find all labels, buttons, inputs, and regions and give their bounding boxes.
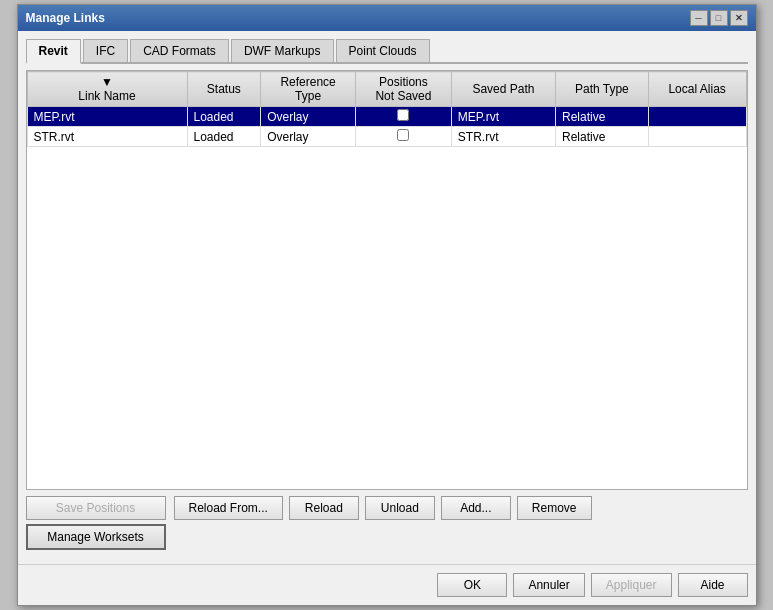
cell-path-type: Relative <box>556 107 649 127</box>
cell-link-name: MEP.rvt <box>27 107 187 127</box>
remove-button[interactable]: Remove <box>517 496 592 520</box>
apply-button[interactable]: Appliquer <box>591 573 672 597</box>
dialog-title: Manage Links <box>26 11 105 25</box>
table-row[interactable]: MEP.rvtLoadedOverlayMEP.rvtRelative <box>27 107 746 127</box>
cell-path-type: Relative <box>556 127 649 147</box>
tab-ifc[interactable]: IFC <box>83 39 128 62</box>
cell-link-name: STR.rvt <box>27 127 187 147</box>
links-table-container: ▼ Link Name Status ReferenceType Positio… <box>26 70 748 490</box>
col-link-name[interactable]: ▼ Link Name <box>27 72 187 107</box>
cell-saved-path: STR.rvt <box>451 127 555 147</box>
title-bar: Manage Links ─ □ ✕ <box>18 5 756 31</box>
col-saved-path: Saved Path <box>451 72 555 107</box>
ok-button[interactable]: OK <box>437 573 507 597</box>
tab-bar: Revit IFC CAD Formats DWF Markups Point … <box>26 39 748 64</box>
minimize-button[interactable]: ─ <box>690 10 708 26</box>
table-row[interactable]: STR.rvtLoadedOverlaySTR.rvtRelative <box>27 127 746 147</box>
right-buttons: Reload From... Reload Unload Add... Remo… <box>174 496 748 520</box>
cell-local-alias <box>648 107 746 127</box>
manage-links-dialog: Manage Links ─ □ ✕ Revit IFC CAD Formats… <box>17 4 757 606</box>
unload-button[interactable]: Unload <box>365 496 435 520</box>
cell-reference-type: Overlay <box>261 127 356 147</box>
add-button[interactable]: Add... <box>441 496 511 520</box>
tab-cad-formats[interactable]: CAD Formats <box>130 39 229 62</box>
action-section: Save Positions Manage Worksets Reload Fr… <box>26 496 748 550</box>
tab-point-clouds[interactable]: Point Clouds <box>336 39 430 62</box>
left-buttons: Save Positions Manage Worksets <box>26 496 166 550</box>
dialog-body: Revit IFC CAD Formats DWF Markups Point … <box>18 31 756 558</box>
save-positions-button[interactable]: Save Positions <box>26 496 166 520</box>
cell-reference-type: Overlay <box>261 107 356 127</box>
window-controls: ─ □ ✕ <box>690 10 748 26</box>
help-button[interactable]: Aide <box>678 573 748 597</box>
cell-local-alias <box>648 127 746 147</box>
table-header-row: ▼ Link Name Status ReferenceType Positio… <box>27 72 746 107</box>
cancel-button[interactable]: Annuler <box>513 573 584 597</box>
maximize-button[interactable]: □ <box>710 10 728 26</box>
table-body: MEP.rvtLoadedOverlayMEP.rvtRelativeSTR.r… <box>27 107 746 147</box>
links-table: ▼ Link Name Status ReferenceType Positio… <box>27 71 747 147</box>
col-status: Status <box>187 72 261 107</box>
col-reference-type: ReferenceType <box>261 72 356 107</box>
tab-revit[interactable]: Revit <box>26 39 81 64</box>
col-local-alias: Local Alias <box>648 72 746 107</box>
tab-dwf-markups[interactable]: DWF Markups <box>231 39 334 62</box>
cell-saved-path: MEP.rvt <box>451 107 555 127</box>
col-positions-not-saved: PositionsNot Saved <box>356 72 452 107</box>
manage-worksets-button[interactable]: Manage Worksets <box>26 524 166 550</box>
cell-positions-not-saved[interactable] <box>356 107 452 127</box>
dialog-footer: OK Annuler Appliquer Aide <box>18 564 756 605</box>
cell-status: Loaded <box>187 127 261 147</box>
cell-status: Loaded <box>187 107 261 127</box>
cell-positions-not-saved[interactable] <box>356 127 452 147</box>
reload-button[interactable]: Reload <box>289 496 359 520</box>
reload-from-button[interactable]: Reload From... <box>174 496 283 520</box>
col-path-type: Path Type <box>556 72 649 107</box>
close-button[interactable]: ✕ <box>730 10 748 26</box>
